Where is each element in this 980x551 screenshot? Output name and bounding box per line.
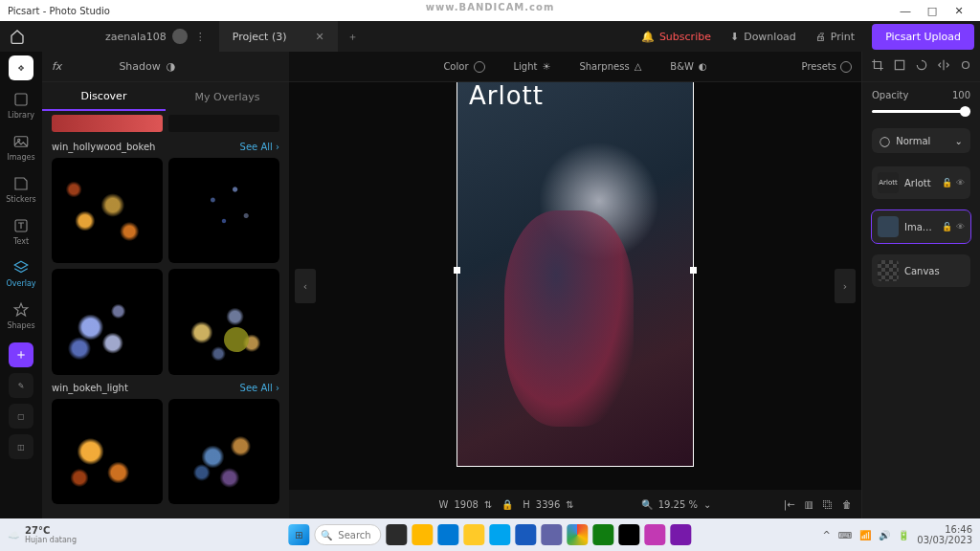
tab-my-overlays[interactable]: My Overlays xyxy=(166,82,289,111)
layer-item[interactable]: Image... 🔓👁 xyxy=(872,210,970,243)
tab-discover[interactable]: Discover xyxy=(42,82,166,111)
taskbar-app[interactable] xyxy=(645,524,666,545)
taskbar-app[interactable] xyxy=(490,524,511,545)
canvas-text[interactable]: Arlott xyxy=(469,82,544,110)
fx-button[interactable]: fx xyxy=(52,60,61,73)
nav-overlay[interactable]: Overlay xyxy=(0,253,42,295)
see-all-link[interactable]: See All › xyxy=(240,142,279,152)
height-field[interactable]: H3396⇅ xyxy=(523,499,573,510)
color-adjust[interactable]: Color xyxy=(443,61,484,73)
delete-button[interactable]: 🗑 xyxy=(842,499,852,510)
overlay-thumb[interactable] xyxy=(168,269,279,374)
add-button[interactable]: ＋ xyxy=(9,342,33,367)
close-tab-icon[interactable]: ✕ xyxy=(316,31,324,43)
overlay-thumb[interactable] xyxy=(52,269,163,374)
nav-shapes[interactable]: Shapes xyxy=(0,295,42,337)
taskbar-app[interactable] xyxy=(671,524,692,545)
light-adjust[interactable]: Light☀ xyxy=(514,61,551,72)
flip-icon[interactable] xyxy=(937,57,950,76)
taskbar-app[interactable] xyxy=(542,524,563,545)
taskbar-app[interactable] xyxy=(412,524,434,545)
taskbar-app[interactable] xyxy=(593,524,614,545)
sharpness-adjust[interactable]: Sharpness△ xyxy=(579,61,641,72)
tray-volume-icon[interactable]: 🔊 xyxy=(879,530,890,540)
align-button[interactable]: |← xyxy=(784,499,795,510)
see-all-link[interactable]: See All › xyxy=(240,383,279,393)
category-chip[interactable] xyxy=(52,115,163,132)
overlay-thumb[interactable] xyxy=(168,399,279,504)
download-button[interactable]: ⬇Download xyxy=(721,31,806,43)
taskbar-app[interactable] xyxy=(387,524,408,545)
rotate-icon[interactable] xyxy=(915,57,928,76)
minimize-button[interactable]: ― xyxy=(892,5,919,17)
eraser-tool[interactable]: ◫ xyxy=(9,434,33,459)
layers-toggle[interactable]: ▥ xyxy=(805,499,813,510)
brush-tool[interactable]: ✎ xyxy=(9,373,33,398)
tray-chevron-icon[interactable]: ^ xyxy=(823,530,831,540)
tray-language[interactable]: ⌨ xyxy=(838,530,852,540)
shape-tool[interactable]: ▢ xyxy=(9,404,33,429)
visibility-icon[interactable]: 👁 xyxy=(956,178,965,187)
taskbar-app[interactable] xyxy=(568,524,589,545)
move-tool[interactable]: ✥ xyxy=(9,55,33,80)
stage-prev[interactable]: ‹ xyxy=(295,269,316,303)
blend-mode-select[interactable]: ◯Normal ⌄ xyxy=(872,128,970,153)
nav-stickers[interactable]: Stickers xyxy=(0,168,42,210)
width-field[interactable]: W1908⇅ xyxy=(439,499,493,510)
nav-images[interactable]: Images xyxy=(0,126,42,168)
chevron-down-icon[interactable]: ⌄ xyxy=(703,499,711,510)
subscribe-button[interactable]: 🔔Subscribe xyxy=(632,31,721,43)
presets-menu[interactable]: Presets xyxy=(802,61,852,73)
maximize-button[interactable]: □ xyxy=(919,5,946,17)
layer-name: Image... xyxy=(904,222,936,232)
shadow-button[interactable]: Shadow◑ xyxy=(119,60,175,73)
recorder-watermark: www.BANDICAM.com xyxy=(426,2,555,12)
settings-icon[interactable] xyxy=(959,57,972,76)
canvas-object[interactable]: Arlott xyxy=(457,82,694,467)
project-tab[interactable]: Project (3) ✕ xyxy=(219,21,338,52)
upload-button[interactable]: Picsart Upload xyxy=(872,24,974,50)
category-chip[interactable] xyxy=(168,115,279,132)
taskbar-app[interactable] xyxy=(619,524,640,545)
lock-icon[interactable]: 🔓 xyxy=(942,178,952,187)
taskbar-clock[interactable]: 16:46 03/03/2023 xyxy=(917,524,972,545)
zoom-control[interactable]: 🔍19.25 %⌄ xyxy=(641,499,712,510)
taskbar-app[interactable] xyxy=(516,524,537,545)
weather-widget[interactable]: ☁️ 27°C Hujan datang xyxy=(8,525,77,544)
bw-adjust[interactable]: B&W◐ xyxy=(670,61,706,72)
tray-battery-icon[interactable]: 🔋 xyxy=(898,530,909,540)
overlay-thumb[interactable] xyxy=(168,158,279,263)
frame-icon[interactable] xyxy=(893,57,906,76)
close-button[interactable]: ✕ xyxy=(946,5,972,17)
visibility-icon[interactable]: 👁 xyxy=(956,222,965,231)
taskbar-app[interactable] xyxy=(438,524,459,545)
overlay-thumb[interactable] xyxy=(52,399,163,504)
resize-handle[interactable] xyxy=(454,267,460,274)
preset-icon xyxy=(840,61,852,73)
stepper-icon[interactable]: ⇅ xyxy=(484,499,492,510)
bell-icon: 🔔 xyxy=(641,31,655,43)
home-button[interactable] xyxy=(6,25,29,48)
new-tab-button[interactable]: ＋ xyxy=(347,30,358,44)
duplicate-button[interactable]: ⿻ xyxy=(823,499,833,510)
overlay-thumb[interactable] xyxy=(52,158,163,263)
layer-item[interactable]: Arlott Arlott 🔓👁 xyxy=(872,166,970,199)
layer-item[interactable]: Canvas xyxy=(872,254,970,287)
taskbar-app[interactable] xyxy=(464,524,485,545)
slider-knob[interactable] xyxy=(960,106,970,117)
lock-icon[interactable]: 🔓 xyxy=(942,222,952,231)
print-button[interactable]: 🖨Print xyxy=(806,31,864,43)
lock-aspect-icon[interactable]: 🔒 xyxy=(501,499,513,510)
stepper-icon[interactable]: ⇅ xyxy=(566,499,573,510)
start-button[interactable]: ⊞ xyxy=(288,524,309,545)
opacity-slider[interactable] xyxy=(872,110,970,113)
crop-icon[interactable] xyxy=(871,57,884,76)
nav-library[interactable]: Library xyxy=(0,84,42,126)
taskbar-search[interactable]: 🔍Search xyxy=(314,524,381,545)
more-menu[interactable]: ⋮ xyxy=(195,31,206,43)
user-menu[interactable]: zaenala108 xyxy=(105,29,188,44)
stage-next[interactable]: › xyxy=(835,269,856,303)
tray-wifi-icon[interactable]: 📶 xyxy=(859,530,871,540)
resize-handle[interactable] xyxy=(690,267,697,274)
nav-text[interactable]: Text xyxy=(0,210,42,253)
